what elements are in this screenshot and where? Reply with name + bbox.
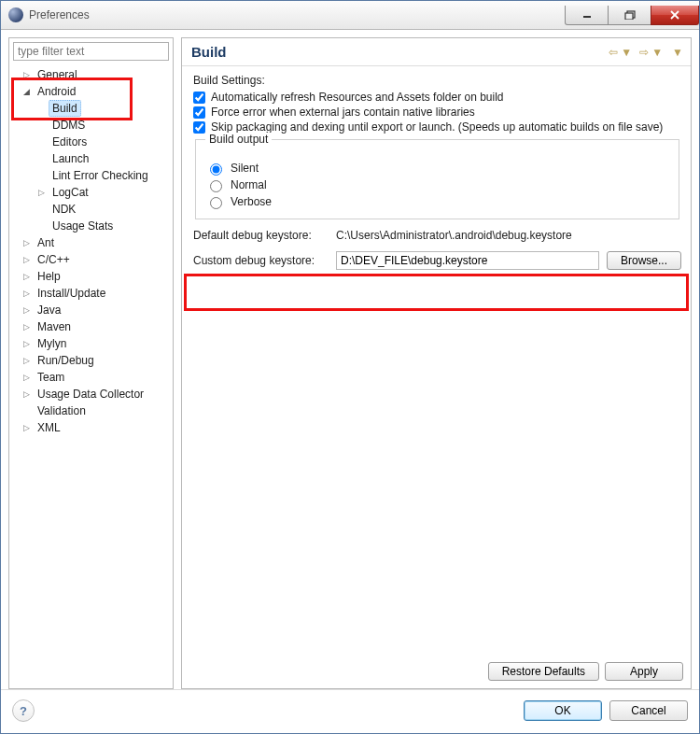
check-force-error[interactable]: Force error when external jars contain n… bbox=[193, 106, 681, 119]
page-menu-icon[interactable]: ▼ bbox=[672, 46, 683, 59]
tree-item-label: Usage Stats bbox=[49, 218, 117, 234]
tree-item[interactable]: ▷Mylyn bbox=[11, 335, 171, 352]
expander-none bbox=[21, 405, 32, 416]
tree-item[interactable]: Launch bbox=[11, 150, 171, 167]
tree-item[interactable]: ▷Install/Update bbox=[11, 285, 171, 302]
tree-item[interactable]: ▷Run/Debug bbox=[11, 352, 171, 369]
expander-open-icon[interactable]: ◢ bbox=[21, 86, 32, 97]
tree-item[interactable]: ▷Maven bbox=[11, 318, 171, 335]
expander-closed-icon[interactable]: ▷ bbox=[21, 388, 32, 400]
radio-verbose[interactable]: Verbose bbox=[205, 194, 669, 209]
preferences-window: Preferences ▷General◢AndroidBuildDDMSEdi… bbox=[0, 0, 700, 734]
tree-item[interactable]: ▷Ant bbox=[11, 234, 171, 251]
expander-closed-icon[interactable]: ▷ bbox=[21, 254, 32, 265]
tree-item[interactable]: Validation bbox=[11, 402, 171, 419]
app-icon bbox=[8, 7, 23, 22]
expander-none bbox=[35, 153, 47, 164]
tree-item[interactable]: Editors bbox=[11, 134, 171, 150]
check-auto-refresh[interactable]: Automatically refresh Resources and Asse… bbox=[193, 91, 681, 104]
build-output-legend: Build output bbox=[205, 133, 272, 146]
expander-closed-icon[interactable]: ▷ bbox=[21, 372, 32, 383]
tree-item-label: Lint Error Checking bbox=[49, 167, 152, 184]
radio-normal[interactable]: Normal bbox=[205, 177, 669, 192]
expander-closed-icon[interactable]: ▷ bbox=[35, 187, 47, 198]
default-keystore-value: C:\Users\Administrator\.android\debug.ke… bbox=[336, 227, 681, 244]
expander-none bbox=[35, 170, 47, 181]
expander-closed-icon[interactable]: ▷ bbox=[21, 338, 32, 349]
tree-item-label: Usage Data Collector bbox=[34, 386, 147, 402]
tree-item-label: C/C++ bbox=[34, 251, 74, 268]
apply-button[interactable]: Apply bbox=[605, 662, 683, 681]
expander-closed-icon[interactable]: ▷ bbox=[21, 304, 32, 316]
expander-closed-icon[interactable]: ▷ bbox=[21, 288, 32, 299]
radio-normal-input[interactable] bbox=[210, 180, 222, 192]
tree-item-label: Android bbox=[34, 83, 79, 100]
minimize-button[interactable] bbox=[565, 6, 609, 25]
tree-item[interactable]: NDK bbox=[11, 201, 171, 218]
check-skip-packaging[interactable]: Skip packaging and dexing until export o… bbox=[193, 120, 681, 134]
expander-closed-icon[interactable]: ▷ bbox=[21, 271, 32, 282]
custom-keystore-row: Custom debug keystore: Browse... bbox=[193, 251, 681, 270]
restore-defaults-button[interactable]: Restore Defaults bbox=[488, 662, 599, 681]
radio-verbose-input[interactable] bbox=[210, 197, 222, 209]
expander-closed-icon[interactable]: ▷ bbox=[21, 69, 32, 80]
expander-closed-icon[interactable]: ▷ bbox=[21, 422, 32, 433]
tree-item[interactable]: ▷General bbox=[11, 66, 171, 83]
page-title: Build bbox=[191, 44, 227, 60]
window-title: Preferences bbox=[29, 8, 565, 21]
preferences-page: Build ⇦▼ ⇨▼ ▼ Build Settings: Automatica… bbox=[181, 37, 692, 689]
preferences-tree-panel: ▷General◢AndroidBuildDDMSEditorsLaunchLi… bbox=[8, 37, 174, 689]
help-button[interactable]: ? bbox=[12, 699, 35, 722]
custom-keystore-label: Custom debug keystore: bbox=[193, 254, 329, 267]
forward-menu-icon[interactable]: ▼ bbox=[651, 46, 663, 59]
browse-button[interactable]: Browse... bbox=[607, 251, 681, 270]
close-button[interactable] bbox=[651, 6, 699, 25]
tree-item-label: Team bbox=[34, 369, 68, 386]
custom-keystore-input[interactable] bbox=[336, 251, 599, 270]
dialog-footer: ? OK Cancel bbox=[1, 689, 699, 733]
tree-item[interactable]: ▷XML bbox=[11, 419, 171, 436]
tree-item[interactable]: Usage Stats bbox=[11, 218, 171, 234]
back-menu-icon[interactable]: ▼ bbox=[621, 46, 632, 59]
build-settings-label: Build Settings: bbox=[193, 74, 681, 87]
filter-input[interactable] bbox=[13, 42, 169, 61]
window-controls bbox=[565, 6, 699, 25]
tree-item-label: Install/Update bbox=[34, 285, 109, 302]
maximize-button[interactable] bbox=[609, 6, 651, 25]
cancel-button[interactable]: Cancel bbox=[609, 700, 688, 721]
tree-item[interactable]: ▷LogCat bbox=[11, 184, 171, 201]
expander-none bbox=[35, 204, 47, 215]
expander-closed-icon[interactable]: ▷ bbox=[21, 237, 32, 248]
tree-item[interactable]: ◢Android bbox=[11, 83, 171, 100]
tree-item[interactable]: ▷Team bbox=[11, 369, 171, 386]
radio-silent-input[interactable] bbox=[210, 163, 222, 176]
titlebar[interactable]: Preferences bbox=[1, 1, 699, 30]
tree-item[interactable]: Build bbox=[11, 100, 171, 117]
radio-silent[interactable]: Silent bbox=[205, 161, 669, 176]
expander-none bbox=[35, 120, 47, 131]
tree-item[interactable]: Lint Error Checking bbox=[11, 167, 171, 184]
build-output-group: Build output SilentNormalVerbose bbox=[195, 139, 679, 219]
tree-item[interactable]: DDMS bbox=[11, 117, 171, 134]
svg-rect-2 bbox=[625, 13, 633, 20]
tree-item-label: Help bbox=[34, 268, 64, 285]
tree-item[interactable]: ▷Java bbox=[11, 302, 171, 318]
check-auto-refresh-input[interactable] bbox=[193, 92, 205, 104]
expander-closed-icon[interactable]: ▷ bbox=[21, 321, 32, 332]
default-keystore-label: Default debug keystore: bbox=[193, 229, 329, 242]
tree-item-label: XML bbox=[34, 419, 64, 436]
tree-item-label: Mylyn bbox=[34, 335, 70, 352]
expander-closed-icon[interactable]: ▷ bbox=[21, 355, 32, 366]
tree-item[interactable]: ▷C/C++ bbox=[11, 251, 171, 268]
check-force-error-input[interactable] bbox=[193, 106, 205, 119]
tree-item-label: Run/Debug bbox=[34, 352, 98, 369]
tree-item-label: General bbox=[34, 66, 81, 83]
tree-item[interactable]: ▷Help bbox=[11, 268, 171, 285]
back-icon[interactable]: ⇦ bbox=[609, 46, 618, 59]
ok-button[interactable]: OK bbox=[524, 700, 602, 721]
tree-item-label: LogCat bbox=[49, 184, 92, 201]
tree-item[interactable]: ▷Usage Data Collector bbox=[11, 386, 171, 402]
forward-icon[interactable]: ⇨ bbox=[639, 46, 649, 59]
preferences-tree[interactable]: ▷General◢AndroidBuildDDMSEditorsLaunchLi… bbox=[9, 64, 173, 688]
check-skip-packaging-input[interactable] bbox=[193, 121, 205, 134]
